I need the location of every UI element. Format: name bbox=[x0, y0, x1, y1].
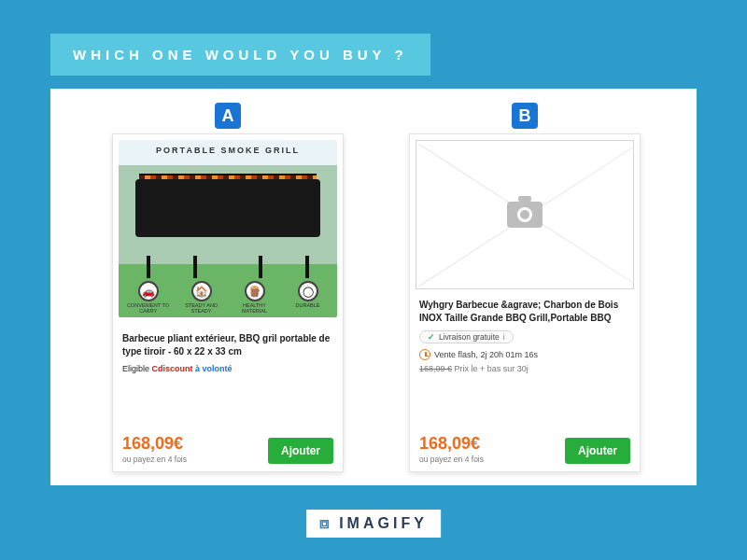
product-a-image: PORTABLE SMOKE GRILL 🚗CONVENIENT TO CARR… bbox=[119, 140, 337, 317]
product-a-image-heading: PORTABLE SMOKE GRILL bbox=[119, 146, 337, 155]
feature-durable: ◯DURABLE bbox=[284, 281, 331, 314]
car-icon: 🚗 bbox=[138, 281, 159, 301]
add-to-cart-button-a[interactable]: Ajouter bbox=[268, 438, 333, 464]
product-b-image-placeholder bbox=[416, 140, 634, 289]
product-a-price: 168,09€ bbox=[122, 434, 187, 454]
circle-icon: ◯ bbox=[298, 281, 318, 301]
imagify-icon: ⧈ bbox=[319, 514, 333, 533]
comparison-panel: A B PORTABLE SMOKE GRILL 🚗CONVENIENT TO … bbox=[50, 89, 697, 485]
log-icon: 🪵 bbox=[245, 281, 265, 301]
eligible-suffix: à volonté bbox=[193, 364, 233, 373]
feature-label: STEADY AND STEADY bbox=[180, 303, 223, 314]
old-price-note: Prix le + bas sur 30j bbox=[452, 364, 529, 373]
product-b-price: 168,09€ bbox=[419, 434, 484, 454]
page-title: WHICH ONE WOULD YOU BUY ? bbox=[50, 34, 430, 76]
imagify-logo: ⧈ IMAGIFY bbox=[306, 510, 441, 538]
product-b-title[interactable]: Wyhgry Barbecue &agrave; Charbon de Bois… bbox=[419, 299, 630, 325]
flash-sale-text: Vente flash, 2j 20h 01m 16s bbox=[434, 350, 538, 359]
camera-icon bbox=[507, 202, 543, 228]
product-b-old-price: 168,09 € Prix le + bas sur 30j bbox=[419, 364, 630, 373]
eligible-prefix: Eligible bbox=[122, 364, 152, 373]
old-price-value: 168,09 € bbox=[419, 364, 452, 373]
house-icon: 🏠 bbox=[191, 281, 212, 301]
info-icon[interactable]: i bbox=[503, 332, 505, 342]
clock-icon bbox=[419, 349, 430, 360]
add-to-cart-button-b[interactable]: Ajouter bbox=[565, 438, 630, 464]
product-a-title[interactable]: Barbecue pliant extérieur, BBQ gril port… bbox=[122, 332, 333, 358]
label-b-badge: B bbox=[512, 103, 538, 129]
product-card-b[interactable]: Wyhgry Barbecue &agrave; Charbon de Bois… bbox=[409, 133, 641, 472]
product-card-a[interactable]: PORTABLE SMOKE GRILL 🚗CONVENIENT TO CARR… bbox=[112, 133, 344, 472]
grill-legs bbox=[147, 256, 309, 261]
label-a-badge: A bbox=[215, 103, 241, 129]
grill-body bbox=[135, 179, 320, 237]
feature-convenient: 🚗CONVENIENT TO CARRY bbox=[124, 281, 172, 314]
product-b-pay4: ou payez en 4 fois bbox=[419, 455, 484, 464]
feature-material: 🪵HEALTHY MATERIAL bbox=[231, 281, 278, 314]
feature-label: DURABLE bbox=[296, 303, 320, 309]
product-a-pay4: ou payez en 4 fois bbox=[122, 455, 187, 464]
product-a-feature-row: 🚗CONVENIENT TO CARRY 🏠STEADY AND STEADY … bbox=[124, 281, 331, 314]
free-shipping-chip: ✓ Livraison gratuite i bbox=[419, 330, 514, 343]
product-a-eligibility: Eligible Cdiscount à volonté bbox=[122, 364, 333, 373]
check-icon: ✓ bbox=[428, 332, 435, 342]
feature-steady: 🏠STEADY AND STEADY bbox=[177, 281, 225, 314]
flash-sale-row: Vente flash, 2j 20h 01m 16s bbox=[419, 349, 630, 360]
eligible-brand: Cdiscount bbox=[152, 364, 193, 373]
feature-label: CONVENIENT TO CARRY bbox=[127, 303, 170, 314]
imagify-text: IMAGIFY bbox=[339, 515, 428, 532]
feature-label: HEALTHY MATERIAL bbox=[233, 303, 276, 314]
chip-text: Livraison gratuite bbox=[439, 332, 500, 342]
